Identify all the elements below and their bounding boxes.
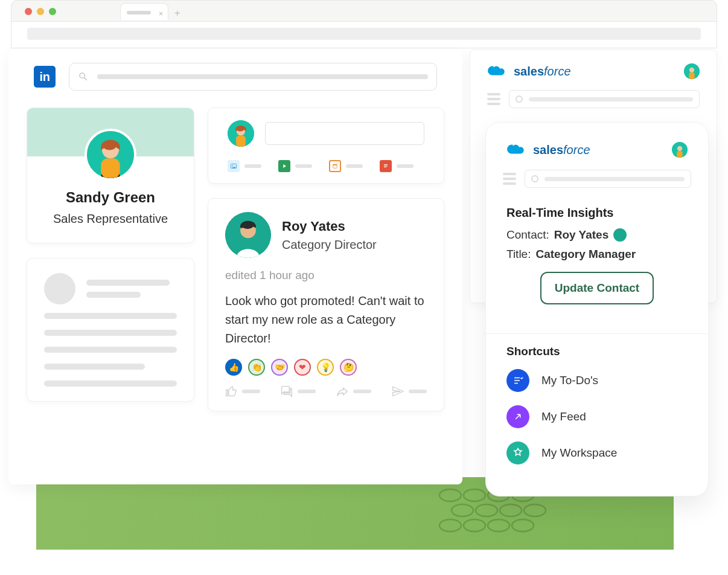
shortcut-todos[interactable]: My To-Do's [506,369,688,392]
skeleton-line [86,292,141,298]
insights-title: Real-Time Insights [506,206,688,220]
new-tab-button[interactable]: + [174,8,180,19]
clap-reaction-icon: 👏 [248,359,265,376]
event-icon [329,160,341,172]
contact-label: Contact: [506,228,549,242]
profile-name: Sandy Green [27,189,194,206]
browser-tab[interactable]: × [120,3,168,20]
salesforce-search-input[interactable] [525,170,691,188]
svg-point-9 [464,519,485,532]
maximize-window-button[interactable] [49,8,56,15]
svg-point-31 [677,146,682,151]
svg-point-7 [524,504,546,516]
divider [486,333,708,334]
search-icon [516,95,523,103]
linkedin-logo[interactable]: in [34,66,56,88]
skeleton-line [44,381,177,387]
svg-rect-22 [384,164,388,165]
video-icon [278,160,290,172]
post-author-name[interactable]: Roy Yates [282,219,377,234]
photo-button[interactable] [228,160,261,172]
svg-rect-14 [101,158,120,178]
post-edited-label: edited 1 hour ago [225,269,427,282]
svg-rect-17 [236,136,246,147]
send-button[interactable] [392,385,427,397]
shortcuts-section: Shortcuts My To-Do's My Feed My Workspac… [486,345,708,464]
tab-title-placeholder [127,11,151,14]
profile-card[interactable]: Sandy Green Sales Representative [27,108,194,243]
menu-button[interactable] [503,173,516,185]
article-icon [380,160,392,172]
linkedin-panel: in Sandy Green Sales Representative [8,50,462,484]
window-controls [25,8,56,15]
skeleton-line [86,280,170,286]
like-reaction-icon: 👍 [225,359,242,376]
close-window-button[interactable] [25,8,32,15]
comment-button[interactable] [281,385,316,397]
like-button[interactable] [225,385,260,397]
salesforce-brand-label: salesforce [514,65,571,79]
svg-point-5 [476,504,497,516]
feed-icon [506,405,529,428]
title-value: Category Manager [535,248,636,261]
salesforce-cloud-icon [506,143,527,157]
url-input[interactable] [27,28,701,40]
compose-avatar[interactable] [228,120,254,147]
svg-point-4 [452,504,473,516]
url-bar [11,21,717,48]
svg-rect-29 [689,72,694,79]
svg-point-1 [464,489,485,501]
share-icon [336,385,348,397]
post-author-title: Category Director [282,238,377,252]
event-button[interactable] [329,160,363,172]
menu-button[interactable] [487,93,500,105]
svg-point-11 [512,519,534,532]
comment-icon [281,385,293,397]
user-avatar[interactable] [684,63,700,79]
svg-rect-21 [333,164,337,165]
video-button[interactable] [278,160,312,172]
svg-point-19 [232,165,234,167]
skeleton-line [44,364,145,370]
send-icon [392,385,404,397]
shortcut-label: My Feed [541,410,586,423]
skeleton-avatar [44,273,75,304]
post-body: Look who got promoted! Can't wait to sta… [225,292,427,348]
update-contact-button[interactable]: Update Contact [540,272,654,304]
todo-icon [506,369,529,392]
svg-point-28 [689,68,694,72]
feed-post: Roy Yates Category Director edited 1 hou… [208,198,444,411]
browser-chrome: × + [11,0,717,48]
curious-reaction-icon: 🤔 [340,359,357,376]
post-author-avatar[interactable] [225,212,271,258]
shortcut-label: My Workspace [541,446,617,460]
salesforce-search-input[interactable] [509,90,700,108]
love-reaction-icon: ❤ [294,359,311,376]
svg-rect-24 [384,167,386,167]
sidebar-skeleton-card [27,258,194,402]
contact-avatar-icon[interactable] [613,228,627,242]
shortcut-label: My To-Do's [541,374,598,387]
close-tab-icon[interactable]: × [159,10,163,18]
title-label: Title: [506,248,531,261]
user-avatar[interactable] [672,142,688,158]
post-reactions[interactable]: 👍 👏 🤝 ❤ 💡 🤔 [225,359,427,376]
svg-point-0 [439,489,461,501]
workspace-icon [506,442,529,464]
shortcut-feed[interactable]: My Feed [506,405,688,428]
photo-icon [228,160,240,172]
svg-point-6 [500,504,522,516]
profile-avatar[interactable] [85,129,136,181]
svg-rect-32 [677,151,682,158]
svg-point-8 [439,519,461,532]
share-button[interactable] [336,385,371,397]
compose-post-card [208,108,444,184]
compose-input[interactable] [265,122,424,145]
skeleton-line [44,313,177,319]
skeleton-line [44,347,177,353]
article-button[interactable] [380,160,413,172]
svg-point-10 [488,519,509,532]
linkedin-search-input[interactable] [69,63,437,91]
minimize-window-button[interactable] [37,8,44,15]
shortcut-workspace[interactable]: My Workspace [506,442,688,464]
